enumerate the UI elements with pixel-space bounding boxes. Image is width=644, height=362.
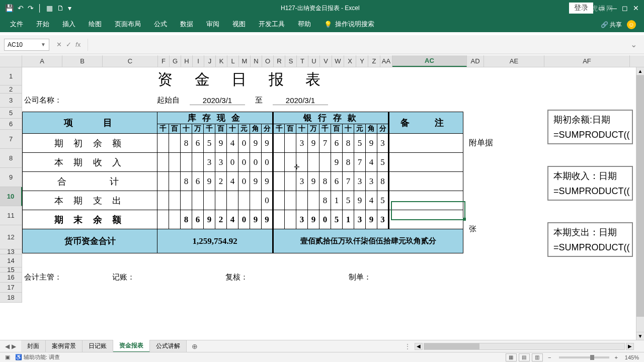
row-header-15[interactable]: 15 [0,267,22,273]
tab-view[interactable]: 视图 [232,20,246,29]
tell-me-search[interactable]: 💡 操作说明搜索 [324,20,374,29]
formula-input[interactable] [88,39,625,51]
col-header-Z[interactable]: Z [368,55,380,67]
qat-item-icon[interactable]: ▦ [46,4,53,12]
scroll-up-icon[interactable]: ▲ [636,67,644,75]
zoom-in-icon[interactable]: + [614,354,617,360]
col-header-N[interactable]: N [251,55,262,67]
scroll-thumb[interactable] [636,75,644,317]
col-header-K[interactable]: K [216,55,227,67]
qat-more-icon[interactable]: ▾ [68,4,71,12]
scroll-right-icon[interactable]: ▶ [626,343,634,350]
col-header-H[interactable]: H [181,55,193,67]
row-header-17[interactable]: 17 [0,283,22,293]
share-button[interactable]: 🔗 共享 [601,21,622,29]
zoom-slider[interactable] [559,356,609,358]
accessibility-status[interactable]: ♿ 辅助功能: 调查 [15,353,60,361]
col-header-AE[interactable]: AE [484,55,544,67]
row-header-9[interactable]: 9 [0,168,22,187]
col-header-U[interactable]: U [308,55,320,67]
minimize-icon[interactable]: — [610,4,617,12]
page-break-icon[interactable]: ▥ [532,353,543,361]
col-header-Y[interactable]: Y [356,55,368,67]
col-header-L[interactable]: L [227,55,239,67]
tab-layout[interactable]: 页面布局 [115,20,141,29]
nav-next-icon[interactable]: ▶ [12,343,16,350]
col-header-M[interactable]: M [239,55,251,67]
row-header-3[interactable]: 3 [0,94,22,108]
col-header-V[interactable]: V [320,55,332,67]
row-header-7[interactable]: 7 [0,130,22,149]
name-box[interactable]: AC10 ▼ [4,39,49,51]
row-header-6[interactable]: 6 [0,119,22,130]
tab-help[interactable]: 帮助 [298,20,311,29]
col-header-A[interactable]: A [22,55,62,67]
chevron-down-icon[interactable]: ▼ [41,42,46,47]
row-header-8[interactable]: 8 [0,149,22,168]
sheet-tab-4[interactable]: 公式讲解 [150,340,187,352]
zoom-out-icon[interactable]: − [548,354,551,360]
vertical-scrollbar[interactable]: ▲ ▼ [636,67,644,340]
col-header-R[interactable]: R [274,55,285,67]
col-header-G[interactable]: G [170,55,181,67]
enter-icon[interactable]: ✓ [66,41,71,48]
row-header-1[interactable]: 1 [0,67,22,85]
macro-record-icon[interactable]: ▣ [5,354,10,360]
scroll-left-icon[interactable]: ◀ [415,343,423,350]
tab-formula[interactable]: 公式 [154,20,167,29]
spreadsheet-grid[interactable]: ABCFGHIJKLMNORSTUVWXYZAAACADAEAF 1235678… [0,55,644,342]
row-header-13[interactable]: 13 [0,249,22,254]
expand-formula-icon[interactable]: ⌄ [627,40,640,49]
col-header-C[interactable]: C [103,55,158,67]
zoom-level[interactable]: 145% [625,354,639,360]
horizontal-scrollbar[interactable]: ⋮ ◀ ▶ [405,343,644,350]
col-header-T[interactable]: T [297,55,308,67]
tab-data[interactable]: 数据 [180,20,193,29]
col-header-W[interactable]: W [332,55,344,67]
undo-icon[interactable]: ↶ [18,4,24,12]
maximize-icon[interactable]: ◻ [622,4,628,12]
sheet-tab-0[interactable]: 封面 [21,340,46,352]
col-header-AC[interactable]: AC [392,55,467,67]
tab-dev[interactable]: 开发工具 [259,20,285,29]
col-header-J[interactable]: J [204,55,216,67]
col-header-AA[interactable]: AA [380,55,392,67]
sheet-tab-2[interactable]: 日记账 [83,340,113,352]
col-header-S[interactable]: S [285,55,297,67]
close-icon[interactable]: ✕ [633,4,639,12]
col-header-B[interactable]: B [62,55,103,67]
sheet-tab-3[interactable]: 资金报表 [113,340,150,352]
hscroll-thumb[interactable] [424,343,479,349]
row-header-10[interactable]: 10 [0,187,22,206]
col-header-AD[interactable]: AD [467,55,484,67]
save-icon[interactable]: 💾 [5,4,14,12]
tab-review[interactable]: 审阅 [206,20,219,29]
col-header-I[interactable]: I [193,55,204,67]
select-all-corner[interactable] [0,55,22,67]
add-sheet-button[interactable]: ⊕ [187,342,203,350]
login-button[interactable]: 登录 [569,3,593,14]
col-header-O[interactable]: O [262,55,274,67]
row-header-5[interactable]: 5 [0,108,22,119]
row-header-18[interactable]: 18 [0,293,22,303]
tab-insert[interactable]: 插入 [62,20,75,29]
face-icon[interactable]: ☺ [627,20,636,29]
col-header-X[interactable]: X [344,55,356,67]
cancel-icon[interactable]: ✕ [56,41,62,48]
row-header-16[interactable]: 16 [0,273,22,283]
ribbon-options-icon[interactable]: ▭ [598,4,605,12]
row-header-12[interactable]: 12 [0,225,22,249]
col-header-F[interactable]: F [158,55,170,67]
normal-view-icon[interactable]: ▦ [506,353,517,361]
sheet-tab-1[interactable]: 案例背景 [46,340,83,352]
col-header-AF[interactable]: AF [544,55,630,67]
tab-draw[interactable]: 绘图 [89,20,102,29]
redo-icon[interactable]: ↷ [28,4,34,12]
nav-prev-icon[interactable]: ◀ [5,343,10,350]
page-layout-icon[interactable]: ▤ [519,353,530,361]
fx-icon[interactable]: fx [75,41,80,48]
row-header-11[interactable]: 11 [0,206,22,225]
tab-home[interactable]: 开始 [36,20,49,29]
row-header-2[interactable]: 2 [0,85,22,94]
qat-item-icon[interactable]: 🗋 [57,4,64,12]
